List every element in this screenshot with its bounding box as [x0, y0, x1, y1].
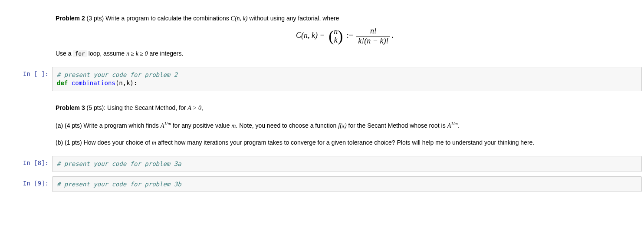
prompt-label: In [9]: [2, 176, 52, 192]
binom-bottom: k [334, 36, 338, 45]
problem-3-intro: Using the Secant Method, for [105, 104, 187, 111]
frac-num: n! [356, 26, 390, 36]
fraction: n! k!(n − k)! [356, 26, 390, 46]
frac-den: k!(n − k)! [356, 36, 390, 46]
problem-3a-label: (a) (4 pts) Write a program which finds [56, 122, 161, 129]
problem-3-points: (5 pts): [87, 104, 106, 111]
problem-2-condition: n ≥ k ≥ 0 [126, 50, 148, 57]
a-fx: f(x) [338, 122, 346, 129]
math-cnk-inline: C(n, k) [231, 15, 248, 22]
eq-lhs: C(n, k) = [296, 31, 327, 40]
def-keyword: def [57, 79, 68, 86]
problem-3a-mid: for any positive value [171, 122, 231, 129]
problem-2-text-2: without using any factorial, where [248, 15, 339, 22]
problem-3a-tail: for the Secant Method whose root is [347, 122, 447, 129]
a-base-1: A [161, 122, 164, 129]
func-name: combinations [68, 79, 115, 86]
markdown-body-problem-2: Problem 2 (3 pts) Write a program to cal… [52, 10, 642, 63]
code-cell-problem-2: In [ ]: # present your code for problem … [0, 66, 644, 92]
prompt-label: In [8]: [2, 156, 52, 172]
prompt-spacer: . [2, 99, 52, 152]
a-sup-1: 1/m [164, 121, 171, 126]
problem-2-text-1: Write a program to calculate the combina… [105, 15, 230, 22]
use-a: Use a [56, 50, 73, 57]
code-comment: # present your code for problem 3a [57, 160, 181, 167]
problem-2-equation: C(n, k) = (nk) := n! k!(n − k)! . [56, 26, 634, 46]
problem-2-label: Problem 2 [56, 15, 85, 22]
prompt-label: In [ ]: [2, 67, 52, 91]
a-base-2: A [447, 122, 451, 129]
prompt-spacer: . [2, 10, 52, 63]
binom-top: n [334, 27, 338, 36]
code-input-problem-3b[interactable]: # present your code for problem 3b [52, 176, 642, 192]
a-sup-2: 1/m [451, 121, 458, 126]
eq-end: . [391, 31, 394, 40]
binom: (nk) [329, 27, 343, 45]
code-cell-problem-3b: In [9]: # present your code for problem … [0, 175, 644, 193]
for-keyword: for [73, 50, 86, 57]
notebook: . Problem 2 (3 pts) Write a program to c… [0, 0, 644, 193]
problem-3-comma: , [201, 104, 203, 111]
markdown-body-problem-3: Problem 3 (5 pts): Using the Secant Meth… [52, 99, 642, 152]
problem-3a-end: . [458, 122, 460, 129]
code-input-problem-3a[interactable]: # present your code for problem 3a [52, 156, 642, 172]
markdown-cell-problem-3: . Problem 3 (5 pts): Using the Secant Me… [0, 98, 644, 152]
problem-3b-text-2: affect how many iterations your program … [156, 139, 534, 146]
b-m: m [152, 139, 156, 146]
code-input-problem-2[interactable]: # present your code for problem 2 def co… [52, 67, 642, 91]
problem-3-condition: A > 0 [187, 105, 201, 111]
code-cell-problem-3a: In [8]: # present your code for problem … [0, 155, 644, 173]
problem-3a-note: . Note, you need to choose a function [236, 122, 338, 129]
problem-3-label: Problem 3 [56, 104, 85, 111]
a-m: m [231, 122, 236, 129]
problem-3b-text-1: (b) (1 pts) How does your choice of [56, 139, 152, 146]
loop-tail: loop, assume [87, 50, 126, 57]
code-comment: # present your code for problem 3b [57, 181, 181, 188]
eq-mid: := [347, 31, 355, 40]
problem-2-points: (3 pts) [87, 15, 104, 22]
code-comment: # present your code for problem 2 [57, 71, 177, 78]
markdown-cell-problem-2: . Problem 2 (3 pts) Write a program to c… [0, 9, 644, 63]
func-params: (n,k): [115, 79, 138, 86]
problem-2-tail: are integers. [148, 50, 184, 57]
